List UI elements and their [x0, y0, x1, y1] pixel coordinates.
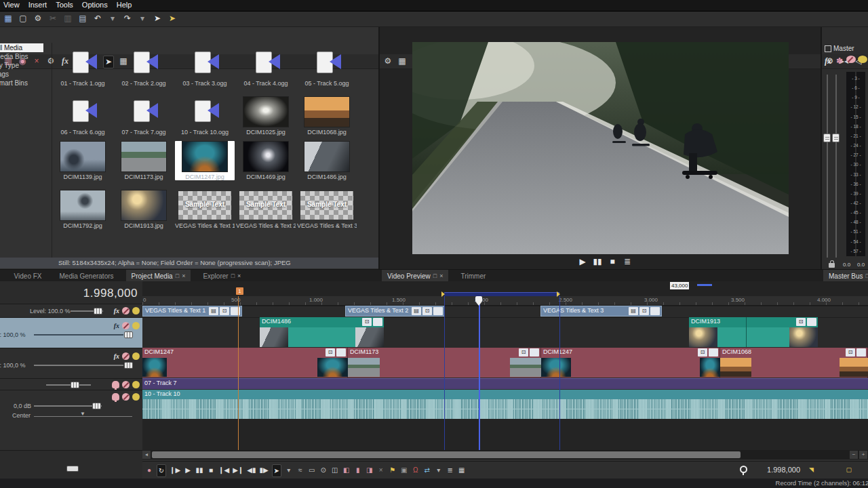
normal-edit-tool-icon[interactable]: ➤ — [272, 464, 281, 477]
pan-crop-icon[interactable]: ⊡ — [698, 348, 707, 357]
volume-slider[interactable] — [46, 384, 91, 386]
previous-frame-icon[interactable]: ◀▮ — [247, 464, 256, 476]
panel-divider[interactable] — [378, 27, 380, 281]
cut-icon[interactable]: ✂ — [48, 13, 58, 24]
loop-region-bar[interactable] — [444, 292, 559, 296]
master-fader-left-handle[interactable] — [823, 134, 831, 142]
stop-icon[interactable]: ■ — [207, 464, 215, 476]
media-item-06-track-6-ogg[interactable]: 06 - Track 6.ogg — [53, 96, 113, 136]
insert-assignable-fx-icon[interactable]: ✽ — [835, 56, 844, 67]
tab-media-generators[interactable]: Media Generators — [54, 270, 119, 281]
close-icon[interactable]: × — [237, 272, 241, 279]
track-header-video-a[interactable]: fx Level: 100,0 % — [0, 317, 142, 348]
pan-crop-icon[interactable]: ⊡ — [519, 348, 528, 357]
scroll-left-button[interactable]: ◂ — [142, 451, 151, 459]
event-fx-icon[interactable] — [650, 307, 660, 315]
menu-view[interactable]: View — [3, 1, 20, 9]
media-item-dcim1139-jpg[interactable]: DCIM1139.jpg — [53, 141, 113, 180]
tree-item-media-bins[interactable]: Media Bins — [0, 52, 52, 61]
track-solo-icon[interactable] — [132, 393, 140, 401]
go-to-end-icon[interactable]: ▶❙ — [233, 464, 243, 476]
loop-start-handle[interactable] — [441, 291, 448, 297]
zoom-in-button[interactable]: + — [859, 451, 867, 459]
preview-options-icon[interactable]: ≣ — [623, 256, 632, 268]
media-item-02-track-2-ogg[interactable]: 02 - Track 2.ogg — [114, 47, 174, 87]
time-ruler[interactable]: 05001.0001.5002.0002.5003.0003.5004.000 — [142, 296, 868, 306]
event-fx-icon[interactable] — [373, 318, 382, 326]
lock-event-icon[interactable]: ▣ — [400, 464, 408, 476]
media-item-10-track-10-ogg[interactable]: 10 - Track 10.ogg — [175, 96, 235, 136]
media-item-dcim1068-jpg[interactable]: DCIM1068.jpg — [297, 96, 357, 136]
level-slider[interactable] — [34, 365, 123, 366]
tab-master-bus[interactable]: Master Bus□× — [823, 270, 868, 281]
track-solo-icon[interactable] — [132, 322, 140, 329]
close-icon[interactable]: × — [182, 272, 185, 279]
media-item-dcim1469-jpg[interactable]: DCIM1469.jpg — [236, 141, 296, 180]
master-fader-right-handle[interactable] — [832, 134, 840, 142]
undo-dropdown-icon[interactable]: ▾ — [108, 13, 117, 24]
interactive-tutorials-icon[interactable]: ➤ — [167, 13, 177, 24]
zoom-edit-tool-icon[interactable]: ⊙ — [319, 464, 328, 476]
media-item-vegas-titles-text-1[interactable]: Sample TextVEGAS Titles & Text 1 — [175, 190, 235, 229]
generated-media-icon[interactable]: ▤ — [629, 307, 638, 315]
edit-tool-dropdown-icon[interactable]: ▾ — [285, 464, 293, 476]
tree-divider[interactable] — [52, 43, 52, 258]
track-solo-icon[interactable] — [132, 381, 140, 388]
tab-trimmer[interactable]: Trimmer — [455, 270, 491, 281]
pause-icon[interactable]: ▮▮ — [195, 464, 203, 476]
track-mute-icon[interactable] — [122, 381, 130, 388]
play-icon[interactable]: ▶ — [184, 464, 192, 476]
menu-tools[interactable]: Tools — [56, 1, 73, 9]
playhead-pin[interactable] — [475, 296, 482, 302]
redo-dropdown-icon[interactable]: ▾ — [138, 13, 147, 24]
preview-stop-icon[interactable]: ■ — [608, 256, 617, 268]
media-item-dcim1173-jpg[interactable]: DCIM1173.jpg — [114, 141, 174, 180]
media-item-04-track-4-ogg[interactable]: 04 - Track 4.ogg — [236, 47, 296, 87]
track-solo-icon[interactable] — [132, 352, 140, 360]
empty-track-area[interactable] — [142, 419, 868, 450]
tab-project-media[interactable]: Project Media□× — [126, 270, 191, 281]
float-window-icon[interactable]: □ — [866, 272, 868, 279]
event-fx-icon[interactable] — [709, 348, 718, 357]
level-slider[interactable] — [34, 334, 123, 336]
insert-marker-icon[interactable]: ⚑ — [389, 464, 397, 476]
title-event[interactable]: VEGAS Titles & Text 2▤⊡ — [345, 306, 445, 317]
loop-end-handle[interactable] — [557, 291, 563, 297]
audio-event-track10[interactable]: 10 - Track 10 — [142, 390, 868, 399]
panel-divider[interactable] — [821, 27, 822, 281]
master-solo-icon[interactable] — [858, 56, 867, 63]
auto-ripple-dropdown-icon[interactable]: ▾ — [435, 464, 443, 476]
video-event[interactable]: DCIM1486⊡ — [260, 317, 384, 347]
media-item-dcim1913-jpg[interactable]: DCIM1913.jpg — [114, 190, 174, 229]
track-fx-icon[interactable]: fx — [114, 307, 119, 314]
preview-pause-icon[interactable]: ▮▮ — [593, 256, 602, 268]
video-event[interactable]: DCIM1913⊡ — [689, 317, 818, 347]
envelope-edit-tool-icon[interactable]: ≈ — [296, 464, 304, 476]
media-item-05-track-5-ogg[interactable]: 05 - Track 5.ogg — [297, 47, 357, 87]
close-icon[interactable]: × — [439, 272, 443, 279]
preview-play-icon[interactable]: ▶ — [578, 256, 587, 268]
event-fx-icon[interactable] — [807, 318, 816, 326]
go-to-start-icon[interactable]: ❙◀ — [218, 464, 229, 476]
track-fx-icon[interactable]: fx — [114, 352, 119, 360]
selection-edit-tool-icon[interactable]: ▭ — [308, 464, 316, 476]
track-header-audio-b[interactable]: 0,0 dB Center ▼ — [0, 390, 142, 450]
zoom-out-button[interactable]: − — [850, 451, 858, 459]
undo-icon[interactable]: ↶ — [93, 13, 102, 24]
media-item-dcim1247-jpg[interactable]: DCIM1247.jpg — [175, 141, 235, 180]
tab-transitions[interactable]: Transitions — [0, 270, 2, 281]
record-icon[interactable]: ● — [145, 464, 153, 476]
master-mute-icon[interactable] — [846, 56, 856, 63]
pan-crop-icon[interactable]: ⊡ — [422, 307, 432, 315]
track-mute-icon[interactable] — [122, 307, 130, 314]
loop-playback-icon[interactable]: ↻ — [157, 464, 166, 477]
mixing-console-icon[interactable]: ≣ — [446, 464, 454, 476]
open-project-icon[interactable]: ▢ — [18, 13, 28, 24]
timeline-time-display[interactable]: 1.998,000 — [83, 287, 138, 300]
volume-slider[interactable] — [34, 405, 102, 407]
redo-icon[interactable]: ↷ — [123, 13, 132, 24]
menu-options[interactable]: Options — [82, 1, 108, 9]
menu-insert[interactable]: Insert — [28, 1, 47, 9]
generated-media-icon[interactable]: ▤ — [209, 307, 218, 315]
track-solo-icon[interactable] — [132, 307, 140, 314]
